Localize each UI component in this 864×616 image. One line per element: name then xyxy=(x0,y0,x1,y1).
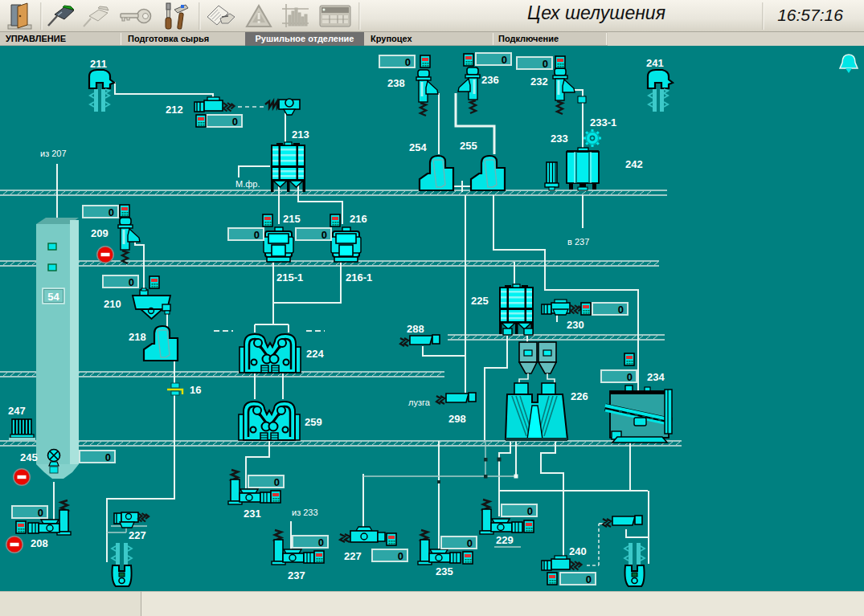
svg-text:226: 226 xyxy=(571,390,588,402)
svg-text:227: 227 xyxy=(129,529,146,541)
svg-text:230: 230 xyxy=(567,319,584,331)
svg-text:208: 208 xyxy=(31,537,48,549)
svg-text:209: 209 xyxy=(91,227,109,239)
svg-text:210: 210 xyxy=(104,298,121,310)
svg-text:211: 211 xyxy=(90,58,107,70)
svg-text:233-1: 233-1 xyxy=(590,116,616,129)
svg-text:247: 247 xyxy=(8,405,26,417)
svg-text:215-1: 215-1 xyxy=(276,271,303,284)
svg-text:259: 259 xyxy=(305,416,322,428)
svg-text:254: 254 xyxy=(409,141,427,153)
svg-text:234: 234 xyxy=(647,371,665,383)
svg-text:216: 216 xyxy=(350,213,367,225)
svg-text:229: 229 xyxy=(496,534,514,546)
svg-text:255: 255 xyxy=(460,140,477,152)
svg-text:233: 233 xyxy=(551,133,568,145)
svg-text:241: 241 xyxy=(646,57,664,69)
svg-text:из 207: из 207 xyxy=(40,149,67,158)
svg-text:218: 218 xyxy=(129,331,146,343)
svg-text:238: 238 xyxy=(387,77,405,89)
svg-text:лузга: лузга xyxy=(408,398,431,407)
svg-text:288: 288 xyxy=(407,323,424,335)
svg-text:242: 242 xyxy=(625,158,643,170)
svg-text:235: 235 xyxy=(436,565,453,577)
svg-text:212: 212 xyxy=(166,104,183,116)
svg-text:236: 236 xyxy=(481,74,499,86)
svg-text:231: 231 xyxy=(244,508,261,520)
svg-text:213: 213 xyxy=(292,129,309,141)
svg-text:16: 16 xyxy=(190,384,201,396)
svg-text:240: 240 xyxy=(569,545,587,557)
svg-text:298: 298 xyxy=(448,413,466,425)
svg-text:245: 245 xyxy=(20,451,38,463)
svg-text:216-1: 216-1 xyxy=(346,271,372,284)
svg-text:237: 237 xyxy=(288,569,305,581)
svg-text:225: 225 xyxy=(471,295,489,307)
svg-text:М.фр.: М.фр. xyxy=(235,179,260,189)
svg-text:215: 215 xyxy=(283,213,301,225)
svg-text:232: 232 xyxy=(530,75,548,88)
svg-text:из 233: из 233 xyxy=(292,508,318,517)
svg-text:в 237: в 237 xyxy=(567,237,589,247)
svg-text:227: 227 xyxy=(344,550,362,562)
svg-text:224: 224 xyxy=(306,348,324,360)
svg-text:54: 54 xyxy=(47,291,59,303)
